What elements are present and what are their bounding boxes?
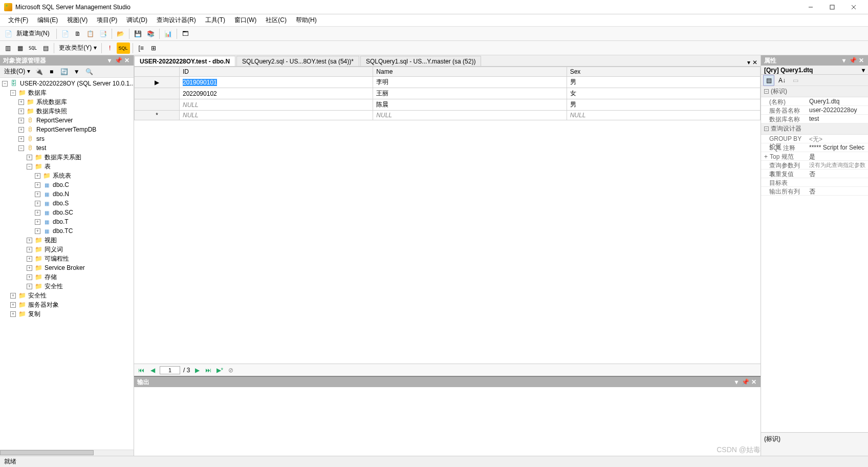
table-row-new[interactable]: * NULL NULL NULL xyxy=(135,111,761,120)
close-icon[interactable]: ✕ xyxy=(750,378,757,386)
alphabetical-icon[interactable]: A↓ xyxy=(776,75,788,86)
menu-community[interactable]: 社区(C) xyxy=(262,15,291,26)
cell-name[interactable]: 李明 xyxy=(373,77,567,88)
stop-icon[interactable]: ■ xyxy=(46,66,57,77)
tree-views[interactable]: +📁视图 xyxy=(1,236,133,245)
menu-tools[interactable]: 工具(T) xyxy=(201,15,229,26)
close-button[interactable] xyxy=(843,2,864,13)
tree-server-objects[interactable]: +📁服务器对象 xyxy=(1,300,133,309)
tree-system-dbs[interactable]: +📁系统数据库 xyxy=(1,97,133,107)
minimize-button[interactable] xyxy=(800,2,821,13)
tree-table-sc[interactable]: +▦dbo.SC xyxy=(1,208,133,217)
tab-sqlquery2[interactable]: SQLQuery2.sql - US...8OY.test (sa (54))* xyxy=(236,56,359,66)
tab-table-editor[interactable]: USER-20220228OY.test - dbo.N xyxy=(134,56,235,66)
menu-edit[interactable]: 编辑(E) xyxy=(33,15,62,26)
new-record-icon[interactable]: ▶* xyxy=(215,366,224,374)
show-criteria-icon[interactable]: ▦ xyxy=(14,43,26,54)
first-record-icon[interactable]: ⏮ xyxy=(137,366,145,374)
tree-security[interactable]: +📁安全性 xyxy=(1,291,133,300)
tree-test[interactable]: −🛢test xyxy=(1,143,133,153)
table-row[interactable]: ▶ 2019090101 李明 男 xyxy=(135,77,761,88)
cell-id[interactable]: NULL xyxy=(179,99,373,111)
cell-sex[interactable]: 女 xyxy=(567,88,760,99)
object-explorer-tree[interactable]: −🗄USER-20220228OY (SQL Server 10.0.1... … xyxy=(0,78,134,450)
dropdown-icon[interactable]: ▾ xyxy=(733,378,740,386)
execute-icon[interactable]: ! xyxy=(104,43,116,54)
tab-close-icon[interactable]: ✕ xyxy=(752,59,757,66)
dropdown-icon[interactable]: ▾ xyxy=(840,57,848,64)
tree-service-broker[interactable]: +📁Service Broker xyxy=(1,263,133,272)
cell-name[interactable]: 陈晨 xyxy=(373,99,567,111)
tree-table-tc[interactable]: +▦dbo.TC xyxy=(1,226,133,236)
registered-servers-icon[interactable]: 🗔 xyxy=(180,28,191,39)
next-record-icon[interactable]: ▶ xyxy=(193,366,201,374)
disconnect-icon[interactable]: 🔌 xyxy=(33,66,45,77)
filter-settings-icon[interactable]: 🔍 xyxy=(83,66,95,77)
cell-sex[interactable]: 男 xyxy=(567,99,760,111)
tree-tables[interactable]: −📁表 xyxy=(1,162,133,171)
new-db-icon[interactable]: 🗎 xyxy=(72,28,83,39)
new-file-icon[interactable]: 📋 xyxy=(84,28,96,39)
last-record-icon[interactable]: ⏭ xyxy=(204,366,212,374)
tree-programmability[interactable]: +📁可编程性 xyxy=(1,254,133,263)
menu-view[interactable]: 视图(V) xyxy=(63,15,92,26)
prev-record-icon[interactable]: ◀ xyxy=(148,366,157,374)
menu-query-designer[interactable]: 查询设计器(R) xyxy=(153,15,200,26)
output-body[interactable] xyxy=(134,387,761,456)
new-icon[interactable]: 📄 xyxy=(59,28,71,39)
dropdown-icon[interactable]: ▾ xyxy=(106,57,113,64)
close-icon[interactable]: ✕ xyxy=(858,57,865,64)
tree-databases[interactable]: −📁数据库 xyxy=(1,88,133,97)
activity-icon[interactable]: 📊 xyxy=(162,28,174,39)
menu-debug[interactable]: 调试(D) xyxy=(122,15,151,26)
current-record-input[interactable] xyxy=(160,366,180,374)
col-name[interactable]: Name xyxy=(373,67,567,77)
tree-system-tables[interactable]: +📁系统表 xyxy=(1,171,133,180)
save-icon[interactable]: 💾 xyxy=(132,28,144,39)
col-sex[interactable]: Sex xyxy=(567,67,760,77)
tree-reportserver[interactable]: +🛢ReportServer xyxy=(1,116,133,125)
tree-table-c[interactable]: +▦dbo.C xyxy=(1,180,133,189)
tree-replication[interactable]: +📁复制 xyxy=(1,309,133,319)
tree-srs[interactable]: +🛢srs xyxy=(1,134,133,143)
tree-security-db[interactable]: +📁安全性 xyxy=(1,282,133,291)
pin-icon[interactable]: 📌 xyxy=(115,57,122,64)
cell-sex[interactable]: NULL xyxy=(567,111,760,120)
data-grid[interactable]: ID Name Sex ▶ 2019090101 李明 男 2022090102… xyxy=(134,67,761,120)
categorized-icon[interactable]: ▤ xyxy=(763,75,774,86)
tree-reportserver-temp[interactable]: +🛢ReportServerTempDB xyxy=(1,125,133,134)
open-icon[interactable]: 📂 xyxy=(115,28,126,39)
table-row[interactable]: NULL 陈晨 男 xyxy=(135,99,761,111)
cell-id[interactable]: NULL xyxy=(179,111,373,120)
filter-icon[interactable]: ▼ xyxy=(71,66,82,77)
table-row[interactable]: 2022090102 王丽 女 xyxy=(135,88,761,99)
show-diagram-icon[interactable]: ▥ xyxy=(2,43,13,54)
tab-sqlquery1[interactable]: SQLQuery1.sql - US...Y.master (sa (52)) xyxy=(360,56,482,66)
close-icon[interactable]: ✕ xyxy=(123,57,131,64)
tree-synonyms[interactable]: +📁同义词 xyxy=(1,245,133,254)
col-id[interactable]: ID xyxy=(179,67,373,77)
properties-subject[interactable]: [Qry] Query1.dtq▾ xyxy=(761,66,868,75)
menu-help[interactable]: 帮助(H) xyxy=(292,15,321,26)
maximize-button[interactable] xyxy=(822,2,842,13)
tree-snapshots[interactable]: +📁数据库快照 xyxy=(1,107,133,116)
tree-table-t[interactable]: +▦dbo.T xyxy=(1,217,133,226)
tree-table-s[interactable]: +▦dbo.S xyxy=(1,199,133,208)
cell-name[interactable]: 王丽 xyxy=(373,88,567,99)
tree-table-n[interactable]: +▦dbo.N xyxy=(1,189,133,199)
pin-icon[interactable]: 📌 xyxy=(742,378,749,386)
cancel-edit-icon[interactable]: ⊘ xyxy=(227,366,235,374)
new-query-button[interactable]: 📄新建查询(N) xyxy=(2,28,54,39)
cell-sex[interactable]: 男 xyxy=(567,77,760,88)
change-type-button[interactable]: 更改类型(Y) ▾ xyxy=(57,43,98,54)
cell-id[interactable]: 2022090102 xyxy=(179,88,373,99)
menu-file[interactable]: 文件(F) xyxy=(4,15,32,26)
groupby-icon[interactable]: [≡ xyxy=(136,43,147,54)
pin-icon[interactable]: 📌 xyxy=(849,57,856,64)
tree-storage[interactable]: +📁存储 xyxy=(1,272,133,282)
tree-server-node[interactable]: −🗄USER-20220228OY (SQL Server 10.0.1... xyxy=(1,79,133,88)
cell-name[interactable]: NULL xyxy=(373,111,567,120)
tab-dropdown-icon[interactable]: ▾ xyxy=(747,59,750,66)
show-results-icon[interactable]: ▤ xyxy=(40,43,51,54)
connect-button[interactable]: 连接(O) ▾ xyxy=(2,66,32,77)
